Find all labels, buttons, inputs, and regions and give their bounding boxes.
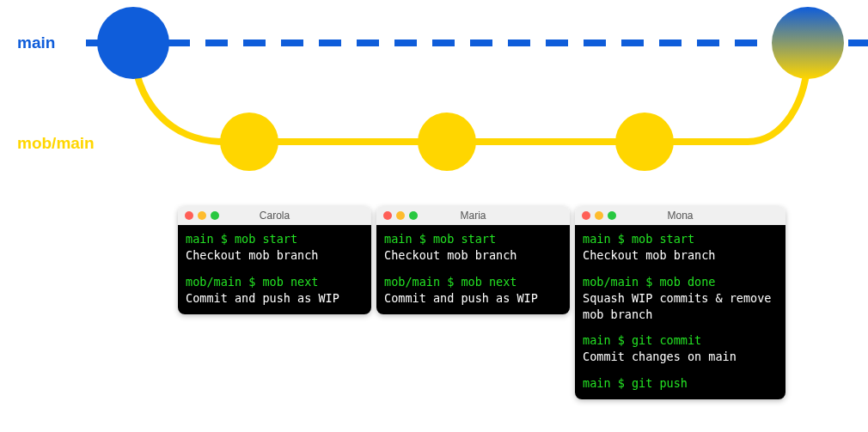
terminal-title: Carola bbox=[178, 210, 371, 222]
terminal-line: mob/main $ mob next bbox=[186, 274, 364, 290]
terminal-line: main $ git commit bbox=[583, 332, 778, 349]
terminal-line: Squash WIP commits & remove mob branch bbox=[583, 290, 778, 323]
terminal-line: mob/main $ mob done bbox=[583, 274, 778, 290]
branch-label-mob: mob/main bbox=[17, 134, 95, 153]
terminal-line: main $ mob start bbox=[384, 231, 562, 247]
terminal-titlebar: Maria bbox=[376, 206, 570, 225]
terminal-line: main $ git push bbox=[583, 375, 778, 392]
terminal-mona: Mona main $ mob start Checkout mob branc… bbox=[575, 206, 785, 399]
commit-start bbox=[97, 7, 169, 79]
terminal-title: Maria bbox=[376, 210, 570, 222]
branch-graph bbox=[0, 0, 868, 189]
terminal-body: main $ mob start Checkout mob branch mob… bbox=[178, 225, 371, 314]
terminal-line: Commit changes on main bbox=[583, 349, 778, 365]
commit-mob-2 bbox=[418, 113, 476, 171]
terminal-body: main $ mob start Checkout mob branch mob… bbox=[376, 225, 570, 314]
branch-label-main: main bbox=[17, 33, 55, 52]
terminal-title: Mona bbox=[575, 210, 785, 222]
commit-merge bbox=[772, 7, 844, 79]
commit-mob-3 bbox=[615, 113, 674, 171]
terminal-line: main $ mob start bbox=[186, 231, 364, 247]
terminal-titlebar: Mona bbox=[575, 206, 785, 225]
terminal-carola: Carola main $ mob start Checkout mob bra… bbox=[178, 206, 371, 314]
terminal-line: main $ mob start bbox=[583, 231, 778, 247]
terminal-line: Commit and push as WIP bbox=[186, 290, 364, 307]
mob-branch-path bbox=[133, 43, 808, 142]
terminal-line: mob/main $ mob next bbox=[384, 274, 562, 290]
terminal-maria: Maria main $ mob start Checkout mob bran… bbox=[376, 206, 570, 314]
terminal-titlebar: Carola bbox=[178, 206, 371, 225]
commit-mob-1 bbox=[220, 113, 278, 171]
terminal-line: Checkout mob branch bbox=[583, 247, 778, 264]
terminal-body: main $ mob start Checkout mob branch mob… bbox=[575, 225, 785, 399]
terminal-line: Commit and push as WIP bbox=[384, 290, 562, 307]
terminal-line: Checkout mob branch bbox=[186, 247, 364, 264]
terminal-line: Checkout mob branch bbox=[384, 247, 562, 264]
